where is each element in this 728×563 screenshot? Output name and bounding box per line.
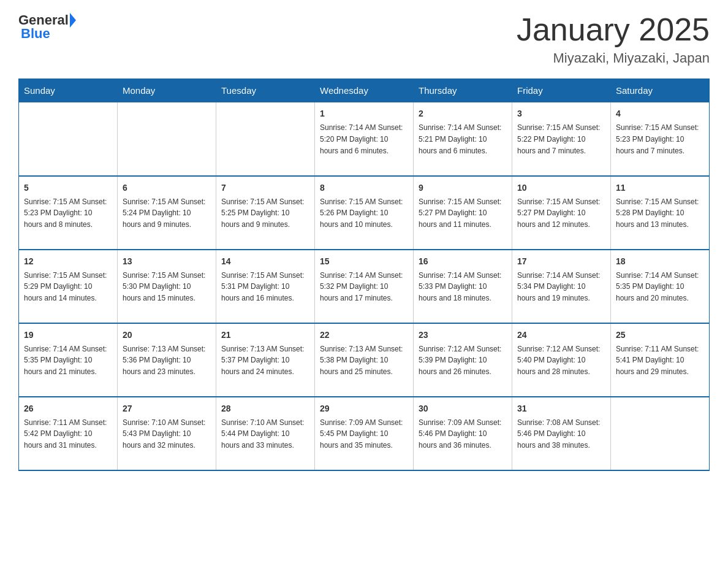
- day-number: 5: [24, 182, 112, 194]
- calendar-cell: 30Sunrise: 7:09 AM Sunset: 5:46 PM Dayli…: [414, 397, 512, 470]
- day-number: 10: [517, 182, 605, 194]
- day-number: 11: [616, 182, 704, 194]
- calendar-cell: 21Sunrise: 7:13 AM Sunset: 5:37 PM Dayli…: [216, 323, 315, 397]
- calendar-title: January 2025: [517, 12, 710, 47]
- day-number: 4: [616, 107, 704, 120]
- day-info: Sunrise: 7:13 AM Sunset: 5:36 PM Dayligh…: [123, 345, 205, 377]
- calendar-cell: 19Sunrise: 7:14 AM Sunset: 5:35 PM Dayli…: [19, 323, 118, 397]
- calendar-cell: 22Sunrise: 7:13 AM Sunset: 5:38 PM Dayli…: [315, 323, 414, 397]
- calendar-cell: 15Sunrise: 7:14 AM Sunset: 5:32 PM Dayli…: [315, 250, 414, 323]
- logo-blue-text: Blue: [21, 26, 50, 41]
- day-info: Sunrise: 7:15 AM Sunset: 5:28 PM Dayligh…: [616, 197, 699, 229]
- location-subtitle: Miyazaki, Miyazaki, Japan: [517, 50, 710, 66]
- calendar-cell: 23Sunrise: 7:12 AM Sunset: 5:39 PM Dayli…: [414, 323, 512, 397]
- day-info: Sunrise: 7:15 AM Sunset: 5:23 PM Dayligh…: [616, 123, 699, 155]
- logo: General Blue: [18, 12, 76, 42]
- day-header-sunday: Sunday: [19, 79, 118, 102]
- calendar-week-row: 1Sunrise: 7:14 AM Sunset: 5:20 PM Daylig…: [19, 102, 710, 176]
- calendar-week-row: 19Sunrise: 7:14 AM Sunset: 5:35 PM Dayli…: [19, 323, 710, 397]
- day-info: Sunrise: 7:14 AM Sunset: 5:35 PM Dayligh…: [616, 271, 699, 303]
- day-info: Sunrise: 7:14 AM Sunset: 5:32 PM Dayligh…: [320, 271, 403, 303]
- day-number: 17: [517, 255, 605, 268]
- day-header-thursday: Thursday: [414, 79, 512, 102]
- day-number: 21: [221, 329, 309, 342]
- day-number: 16: [419, 255, 507, 268]
- logo-arrow-icon: [70, 13, 76, 28]
- calendar-cell: 3Sunrise: 7:15 AM Sunset: 5:22 PM Daylig…: [512, 102, 611, 176]
- day-info: Sunrise: 7:11 AM Sunset: 5:42 PM Dayligh…: [24, 418, 107, 450]
- day-info: Sunrise: 7:10 AM Sunset: 5:44 PM Dayligh…: [221, 418, 304, 450]
- day-info: Sunrise: 7:13 AM Sunset: 5:37 PM Dayligh…: [221, 345, 304, 377]
- day-info: Sunrise: 7:15 AM Sunset: 5:26 PM Dayligh…: [320, 197, 403, 229]
- calendar-cell: [118, 102, 216, 176]
- day-info: Sunrise: 7:08 AM Sunset: 5:46 PM Dayligh…: [517, 418, 600, 450]
- day-info: Sunrise: 7:09 AM Sunset: 5:45 PM Dayligh…: [320, 418, 403, 450]
- day-number: 20: [123, 329, 211, 342]
- calendar-week-row: 5Sunrise: 7:15 AM Sunset: 5:23 PM Daylig…: [19, 176, 710, 250]
- day-info: Sunrise: 7:10 AM Sunset: 5:43 PM Dayligh…: [123, 418, 205, 450]
- day-number: 26: [24, 402, 112, 415]
- day-info: Sunrise: 7:15 AM Sunset: 5:30 PM Dayligh…: [123, 271, 205, 303]
- day-info: Sunrise: 7:14 AM Sunset: 5:21 PM Dayligh…: [419, 123, 501, 155]
- calendar-cell: 11Sunrise: 7:15 AM Sunset: 5:28 PM Dayli…: [611, 176, 710, 250]
- day-number: 23: [419, 329, 507, 342]
- day-number: 6: [123, 182, 211, 194]
- calendar-week-row: 12Sunrise: 7:15 AM Sunset: 5:29 PM Dayli…: [19, 250, 710, 323]
- calendar-cell: 6Sunrise: 7:15 AM Sunset: 5:24 PM Daylig…: [118, 176, 216, 250]
- calendar-cell: 20Sunrise: 7:13 AM Sunset: 5:36 PM Dayli…: [118, 323, 216, 397]
- day-info: Sunrise: 7:15 AM Sunset: 5:29 PM Dayligh…: [24, 271, 107, 303]
- day-info: Sunrise: 7:12 AM Sunset: 5:40 PM Dayligh…: [517, 345, 600, 377]
- calendar-cell: 9Sunrise: 7:15 AM Sunset: 5:27 PM Daylig…: [414, 176, 512, 250]
- calendar-header-row: SundayMondayTuesdayWednesdayThursdayFrid…: [19, 79, 710, 102]
- calendar-cell: 10Sunrise: 7:15 AM Sunset: 5:27 PM Dayli…: [512, 176, 611, 250]
- day-info: Sunrise: 7:13 AM Sunset: 5:38 PM Dayligh…: [320, 345, 403, 377]
- day-header-monday: Monday: [118, 79, 216, 102]
- day-number: 18: [616, 255, 704, 268]
- calendar-cell: [611, 397, 710, 470]
- page-header: General Blue January 2025 Miyazaki, Miya…: [18, 12, 710, 66]
- calendar-cell: [216, 102, 315, 176]
- day-number: 22: [320, 329, 408, 342]
- day-number: 24: [517, 329, 605, 342]
- day-number: 19: [24, 329, 112, 342]
- day-info: Sunrise: 7:12 AM Sunset: 5:39 PM Dayligh…: [419, 345, 501, 377]
- day-info: Sunrise: 7:15 AM Sunset: 5:27 PM Dayligh…: [517, 197, 600, 229]
- day-header-saturday: Saturday: [611, 79, 710, 102]
- day-number: 12: [24, 255, 112, 268]
- calendar-cell: 17Sunrise: 7:14 AM Sunset: 5:34 PM Dayli…: [512, 250, 611, 323]
- day-header-friday: Friday: [512, 79, 611, 102]
- day-number: 13: [123, 255, 211, 268]
- calendar-cell: [19, 102, 118, 176]
- calendar-week-row: 26Sunrise: 7:11 AM Sunset: 5:42 PM Dayli…: [19, 397, 710, 470]
- calendar-cell: 25Sunrise: 7:11 AM Sunset: 5:41 PM Dayli…: [611, 323, 710, 397]
- day-info: Sunrise: 7:15 AM Sunset: 5:24 PM Dayligh…: [123, 197, 205, 229]
- calendar-cell: 27Sunrise: 7:10 AM Sunset: 5:43 PM Dayli…: [118, 397, 216, 470]
- day-number: 1: [320, 107, 408, 120]
- day-info: Sunrise: 7:11 AM Sunset: 5:41 PM Dayligh…: [616, 345, 699, 377]
- day-number: 3: [517, 107, 605, 120]
- day-info: Sunrise: 7:09 AM Sunset: 5:46 PM Dayligh…: [419, 418, 501, 450]
- day-number: 9: [419, 182, 507, 194]
- calendar-cell: 16Sunrise: 7:14 AM Sunset: 5:33 PM Dayli…: [414, 250, 512, 323]
- calendar-cell: 5Sunrise: 7:15 AM Sunset: 5:23 PM Daylig…: [19, 176, 118, 250]
- day-number: 30: [419, 402, 507, 415]
- calendar-cell: 12Sunrise: 7:15 AM Sunset: 5:29 PM Dayli…: [19, 250, 118, 323]
- day-info: Sunrise: 7:15 AM Sunset: 5:22 PM Dayligh…: [517, 123, 600, 155]
- day-info: Sunrise: 7:15 AM Sunset: 5:23 PM Dayligh…: [24, 197, 107, 229]
- calendar-cell: 4Sunrise: 7:15 AM Sunset: 5:23 PM Daylig…: [611, 102, 710, 176]
- calendar-cell: 13Sunrise: 7:15 AM Sunset: 5:30 PM Dayli…: [118, 250, 216, 323]
- day-info: Sunrise: 7:14 AM Sunset: 5:34 PM Dayligh…: [517, 271, 600, 303]
- calendar-cell: 29Sunrise: 7:09 AM Sunset: 5:45 PM Dayli…: [315, 397, 414, 470]
- day-info: Sunrise: 7:14 AM Sunset: 5:35 PM Dayligh…: [24, 345, 107, 377]
- day-info: Sunrise: 7:15 AM Sunset: 5:27 PM Dayligh…: [419, 197, 501, 229]
- calendar-cell: 1Sunrise: 7:14 AM Sunset: 5:20 PM Daylig…: [315, 102, 414, 176]
- day-number: 15: [320, 255, 408, 268]
- calendar-cell: 18Sunrise: 7:14 AM Sunset: 5:35 PM Dayli…: [611, 250, 710, 323]
- day-info: Sunrise: 7:14 AM Sunset: 5:33 PM Dayligh…: [419, 271, 501, 303]
- calendar-cell: 8Sunrise: 7:15 AM Sunset: 5:26 PM Daylig…: [315, 176, 414, 250]
- day-number: 28: [221, 402, 309, 415]
- calendar-cell: 31Sunrise: 7:08 AM Sunset: 5:46 PM Dayli…: [512, 397, 611, 470]
- title-block: January 2025 Miyazaki, Miyazaki, Japan: [517, 12, 710, 66]
- calendar-cell: 28Sunrise: 7:10 AM Sunset: 5:44 PM Dayli…: [216, 397, 315, 470]
- day-info: Sunrise: 7:15 AM Sunset: 5:25 PM Dayligh…: [221, 197, 304, 229]
